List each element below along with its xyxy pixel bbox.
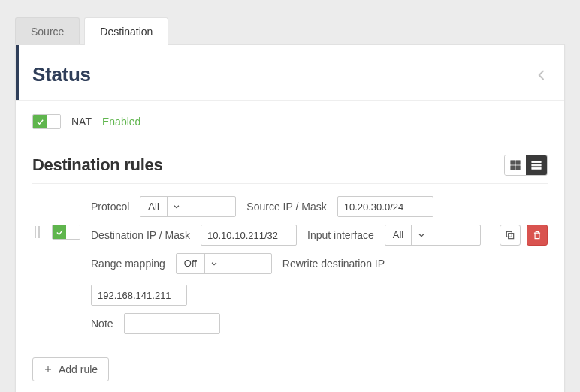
protocol-select[interactable]: All (140, 196, 236, 217)
duplicate-button[interactable] (500, 225, 521, 246)
chevron-down-icon (173, 203, 180, 210)
rewrite-input[interactable] (91, 285, 187, 306)
nat-toggle[interactable] (32, 114, 61, 129)
add-rule-label: Add rule (59, 363, 98, 375)
rule-row: Protocol All Source IP / Mask Destinatio… (32, 193, 548, 345)
destip-label: Destination IP / Mask (91, 229, 190, 241)
plus-icon (44, 365, 53, 374)
range-label: Range mapping (91, 258, 165, 270)
sourceip-label: Source IP / Mask (246, 201, 326, 213)
grid-icon (510, 160, 521, 170)
svg-rect-1 (516, 161, 520, 164)
tabs: Source Destination (15, 0, 565, 44)
chevron-down-icon (418, 231, 425, 239)
rules-title: Destination rules (32, 155, 162, 175)
page-title: Status (32, 63, 91, 86)
note-label: Note (91, 318, 113, 330)
nat-status: Enabled (102, 116, 140, 128)
divider (16, 100, 564, 101)
chevron-down-icon (210, 260, 218, 267)
tab-source[interactable]: Source (15, 17, 80, 45)
check-icon (36, 118, 44, 126)
protocol-label: Protocol (91, 201, 129, 213)
rule-toggle[interactable] (52, 225, 80, 240)
view-mode-group (504, 155, 548, 176)
panel-destination: Status NAT Enabled Destination rules (15, 44, 565, 392)
trash-icon (532, 230, 542, 240)
list-icon (531, 160, 542, 170)
nat-label: NAT (71, 116, 92, 128)
tab-destination[interactable]: Destination (84, 17, 168, 45)
destip-input[interactable] (201, 225, 297, 246)
check-icon (56, 228, 64, 237)
svg-rect-7 (506, 231, 512, 237)
rewrite-label: Rewrite destination IP (282, 258, 385, 270)
collapse-toggle[interactable] (536, 69, 548, 81)
view-grid-button[interactable] (505, 155, 526, 175)
delete-button[interactable] (527, 225, 548, 246)
svg-rect-4 (532, 161, 541, 163)
view-list-button[interactable] (526, 155, 547, 175)
svg-rect-0 (511, 161, 515, 164)
add-rule-button[interactable]: Add rule (32, 357, 109, 381)
sourceip-input[interactable] (337, 196, 433, 217)
iface-select[interactable]: All (385, 225, 481, 246)
svg-rect-5 (532, 164, 541, 166)
svg-rect-6 (532, 168, 541, 170)
svg-rect-2 (511, 166, 515, 170)
drag-handle[interactable] (32, 226, 41, 238)
iface-label: Input interface (307, 229, 374, 241)
note-input[interactable] (124, 313, 220, 334)
chevron-left-icon (536, 69, 548, 81)
copy-icon (505, 230, 515, 240)
divider (32, 183, 548, 184)
svg-rect-8 (509, 234, 514, 239)
range-select[interactable]: Off (176, 253, 272, 274)
svg-rect-3 (516, 166, 520, 170)
